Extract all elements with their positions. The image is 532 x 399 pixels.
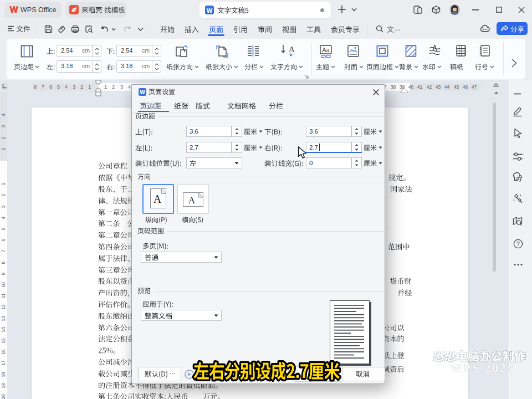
- svg-text:A: A: [188, 195, 196, 206]
- svg-text:A: A: [154, 193, 162, 205]
- svg-text:2: 2: [479, 51, 482, 55]
- svg-text:Aa: Aa: [322, 47, 330, 53]
- svg-text:W: W: [140, 89, 145, 95]
- svg-text:1: 1: [479, 47, 482, 50]
- svg-text:A: A: [289, 45, 294, 54]
- svg-text:W: W: [207, 7, 213, 14]
- svg-text:?: ?: [516, 241, 520, 247]
